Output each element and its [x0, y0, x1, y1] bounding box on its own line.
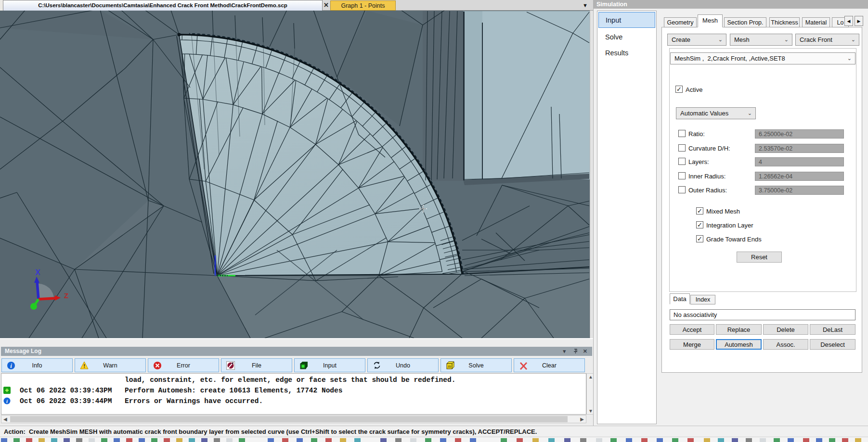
svg-text:Z: Z: [64, 291, 68, 300]
svg-text:X: X: [35, 268, 40, 277]
